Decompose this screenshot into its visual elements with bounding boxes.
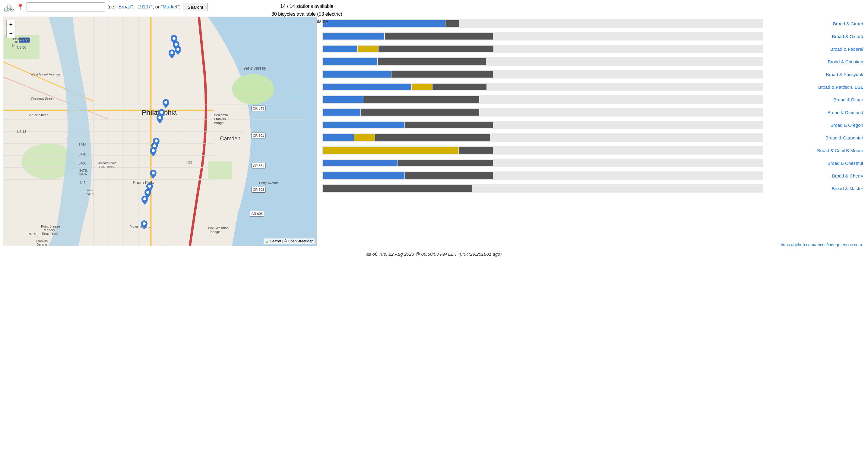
- svg-point-79: [155, 139, 158, 142]
- svg-text:Point Breeze: Point Breeze: [41, 225, 60, 228]
- bar-blue: [323, 109, 361, 116]
- station-row[interactable]: Broad & Christian: [322, 56, 866, 67]
- svg-point-83: [148, 185, 151, 188]
- search-button[interactable]: Search!: [183, 3, 208, 11]
- bar-blue: [323, 172, 404, 179]
- github-anchor[interactable]: https://github.com/ericoc/indego.ericoc.…: [781, 242, 862, 247]
- station-row[interactable]: Broad & Chestnut: [322, 157, 866, 169]
- hint-broad-link[interactable]: Broad: [119, 4, 131, 9]
- github-link[interactable]: https://github.com/ericoc/indego.ericoc.…: [320, 239, 868, 249]
- station-label[interactable]: Broad & Cecil B Moore: [763, 148, 866, 153]
- svg-point-84: [146, 191, 149, 194]
- station-list: Broad & GirardBroad & OxfordBroad & Fede…: [320, 17, 868, 239]
- search-input[interactable]: [27, 2, 105, 11]
- svg-text:South Yard: South Yard: [42, 232, 58, 235]
- right-panel: Broad & GirardBroad & OxfordBroad & Fede…: [320, 14, 868, 249]
- svg-text:Refinery: Refinery: [42, 228, 55, 232]
- bike-icon: 🚲: [4, 3, 14, 11]
- svg-text:New Jersey: New Jersey: [244, 66, 266, 70]
- bar-blue: [323, 122, 404, 128]
- hint-19107-link[interactable]: 19107: [137, 4, 151, 9]
- map-attribution: 🍃 Leaflet | © OpenStreetMap: [264, 238, 315, 244]
- svg-text:CR 603: CR 603: [253, 188, 264, 191]
- station-row[interactable]: Broad & Ritner: [322, 94, 866, 105]
- svg-point-74: [177, 48, 180, 51]
- svg-text:CR 543: CR 543: [253, 107, 264, 110]
- map-marker[interactable]: [150, 147, 157, 156]
- station-label[interactable]: Broad & Diamond: [763, 110, 866, 115]
- station-row[interactable]: Broad & Cecil B Moore: [322, 145, 866, 156]
- map-marker[interactable]: [142, 196, 148, 205]
- svg-point-72: [173, 37, 176, 40]
- station-label[interactable]: Broad & Girard: [763, 21, 866, 26]
- station-row[interactable]: Broad & Carpenter: [322, 132, 866, 143]
- station-label[interactable]: Broad & Federal: [763, 47, 866, 52]
- bar-blue: [323, 58, 377, 65]
- search-hint: (i.e. "Broad", "19107", or "Market"): [107, 4, 181, 10]
- station-label[interactable]: Broad & Oxford: [763, 34, 866, 39]
- station-label[interactable]: Broad & Carpenter: [763, 135, 866, 140]
- svg-point-75: [170, 51, 174, 54]
- svg-rect-4: [208, 162, 232, 180]
- station-row[interactable]: Broad & Passyunk: [322, 68, 866, 80]
- zoom-in-button[interactable]: +: [6, 20, 16, 29]
- svg-point-82: [152, 171, 155, 174]
- timestamp: as of: Tue, 22 Aug 2023 @ 06:50:03 PM ED…: [367, 252, 502, 257]
- bar-yellow: [323, 147, 459, 154]
- bar-yellow: [354, 134, 375, 141]
- svg-text:Bridge: Bridge: [214, 121, 224, 125]
- station-row[interactable]: Broad & Federal: [322, 43, 866, 55]
- map-marker[interactable]: [175, 46, 181, 55]
- map-marker[interactable]: [162, 99, 169, 108]
- station-label[interactable]: Broad & Oregon: [763, 122, 866, 128]
- station-row[interactable]: Broad & Oregon: [322, 119, 866, 131]
- svg-text:346C: 346C: [79, 162, 87, 165]
- svg-text:Delano: Delano: [36, 243, 47, 246]
- svg-text:CR 561: CR 561: [253, 164, 264, 168]
- map-container[interactable]: Phila delphia Camden South Phila US 30 U…: [3, 17, 317, 246]
- svg-text:I 95: I 95: [186, 161, 192, 165]
- svg-text:West Girard Avenue: West Girard Avenue: [30, 73, 60, 76]
- svg-text:Ferry Avenue: Ferry Avenue: [259, 181, 279, 185]
- svg-text:Camden: Camden: [220, 136, 240, 142]
- station-row[interactable]: Broad & Diamond: [322, 107, 866, 118]
- svg-point-80: [153, 144, 156, 147]
- station-label[interactable]: Broad & Chestnut: [763, 161, 866, 166]
- map-marker[interactable]: [141, 220, 148, 229]
- svg-point-1: [232, 74, 274, 105]
- station-row[interactable]: Broad & Girard: [322, 18, 866, 29]
- hint-market-link[interactable]: Market: [162, 4, 177, 9]
- svg-point-73: [175, 43, 178, 46]
- bar-gray: [459, 147, 493, 154]
- map-marker[interactable]: [157, 114, 163, 123]
- station-row[interactable]: Broad & Master: [322, 182, 866, 194]
- svg-text:Bridge: Bridge: [211, 230, 220, 234]
- station-label[interactable]: Broad & Cherry: [763, 173, 866, 178]
- svg-text:346A: 346A: [79, 143, 87, 146]
- svg-text:CR 601: CR 601: [253, 134, 264, 137]
- svg-text:Benjamin: Benjamin: [214, 113, 228, 117]
- station-row[interactable]: Broad & Pattison, BSL: [322, 81, 866, 93]
- station-label[interactable]: Broad & Ritner: [763, 97, 866, 102]
- station-label[interactable]: Broad & Christian: [763, 59, 866, 64]
- station-row[interactable]: Broad & Oxford: [322, 30, 866, 42]
- svg-text:Lombard Street: Lombard Street: [97, 161, 118, 165]
- svg-point-85: [143, 197, 146, 200]
- station-label[interactable]: Broad & Passyunk: [763, 72, 866, 77]
- zoom-out-button[interactable]: −: [6, 29, 16, 38]
- bar-gray: [361, 109, 479, 116]
- svg-text:347B,: 347B,: [79, 169, 88, 172]
- bar-yellow: [412, 84, 432, 90]
- svg-text:Chestnut Street: Chestnut Street: [30, 96, 53, 100]
- map-marker[interactable]: [168, 50, 175, 59]
- map-marker[interactable]: [150, 170, 157, 179]
- station-label[interactable]: Broad & Master: [763, 186, 866, 191]
- bar-blue: [323, 33, 384, 39]
- svg-point-78: [158, 116, 161, 119]
- svg-text:347A: 347A: [79, 172, 87, 176]
- svg-text:Spruce Street: Spruce Street: [27, 113, 48, 117]
- station-row[interactable]: Broad & Cherry: [322, 170, 866, 181]
- svg-text:PA 291: PA 291: [27, 232, 38, 236]
- svg-text:US 13: US 13: [17, 130, 26, 134]
- station-label[interactable]: Broad & Pattison, BSL: [763, 85, 866, 90]
